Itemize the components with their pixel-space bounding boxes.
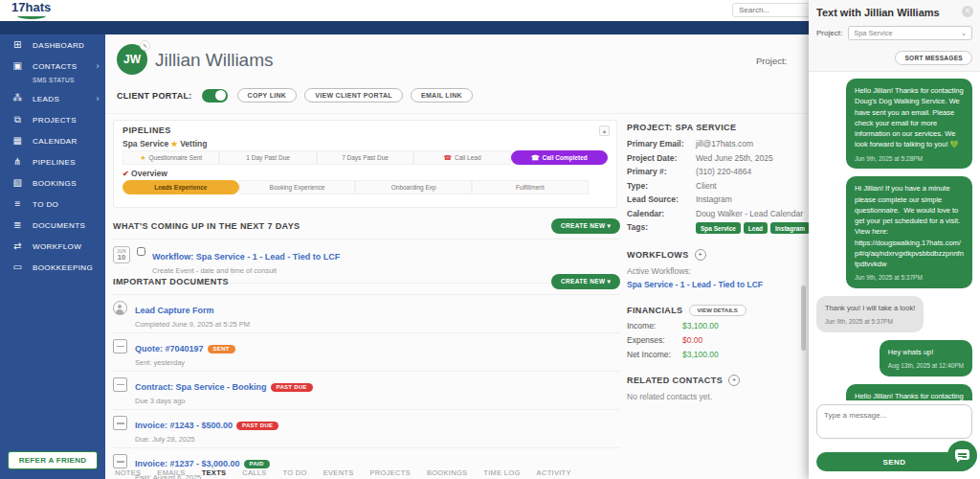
pipeline-stage[interactable]: 1 Day Past Due [219,150,316,165]
message-text: Hello Jillian! Thanks for contacting Dou… [855,86,966,148]
message-input[interactable] [816,404,972,439]
tag-chip[interactable]: Spa Service [696,222,741,234]
sidebar-item-label: DASHBOARD [33,41,84,50]
sidebar-item-icon: ▧ [11,178,24,188]
calendar-date-icon: JUN 10 [113,246,130,263]
document-link[interactable]: Quote: #7040197 [135,344,204,354]
edit-avatar-icon[interactable]: ✎ [140,40,150,51]
phone-icon: ☎ [531,154,540,162]
tag-chip[interactable]: Instagram [770,222,810,234]
workflow-link[interactable]: Workflow: Spa Service - 1 - Lead - Tied … [152,252,340,262]
contact-tab[interactable]: PROJECTS [370,468,411,479]
pipeline-name: Overview [131,169,167,178]
message-timestamp: Aug 13th, 2025 at 12:40PM [888,361,964,371]
document-sub: Sent: yesterday [135,358,235,367]
sidebar-item-icon: ⧉ [11,115,24,125]
chevron-right-icon: › [97,94,100,103]
document-link[interactable]: Lead Capture Form [135,306,214,315]
add-contact-icon[interactable]: + [728,375,740,386]
chat-input-area: 0/1600 SEND [809,400,980,479]
pipeline-stage[interactable]: Onboarding Exp [355,180,472,194]
message-list: Hello Jillian! Thanks for contacting Dou… [809,72,980,400]
text-chat-panel: Text with Jillian Williams × Project: Sp… [809,0,980,479]
tag-chip[interactable]: Lead [744,222,768,234]
client-portal-action-button[interactable]: VIEW CLIENT PORTAL [304,88,403,103]
client-portal-toggle[interactable] [202,89,228,103]
pipeline-stage[interactable]: ☎Call Lead [413,150,510,165]
sidebar-item[interactable]: ⊞ DASHBOARD [0,34,105,56]
sidebar-item[interactable]: ▧ BOOKINGS [0,172,105,194]
app: 17hats ⊞ DASHBOARD ▣ [0,0,980,479]
chevron-right-icon: › [97,61,100,71]
document-sub: Due 3 days ago [135,397,313,405]
contact-tab[interactable]: TIME LOG [483,468,520,479]
chat-header: Text with Jillian Williams × Project: Sp… [809,0,980,72]
create-new-button[interactable]: CREATE NEW ▾ [551,218,620,234]
stage-label: Call Completed [543,154,588,161]
message-text: Hello Jillian! Thanks for contacting Dou… [855,392,966,400]
pipeline-stage[interactable]: Booking Experience [239,180,356,194]
pipeline-stage-active[interactable]: ☎Call Completed [511,150,608,165]
contact-tab[interactable]: CALLS [242,468,266,479]
sidebar-item-icon: ▭ [11,262,24,272]
detail-value: (310) 220-4864 [696,167,751,176]
sidebar-item[interactable]: ⧉ PROJECTS [0,109,105,130]
sidebar-item[interactable]: ⋔ PIPELINES [0,151,105,172]
pipeline-stage[interactable]: ★Questionnaire Sent [122,150,219,165]
pipeline-stage-active[interactable]: Leads Experience [122,180,239,194]
sidebar-item[interactable]: ▦ CALENDAR [0,130,105,151]
pipeline-stage-bar: ★Questionnaire Sent 1 Day Past Due 7 Day… [122,150,608,165]
document-icon [113,416,127,430]
status-badge: PAID [244,460,270,468]
refer-a-friend-button[interactable]: REFER A FRIEND [8,451,98,469]
contact-tab[interactable]: TEXTS [202,468,227,479]
document-link[interactable]: Invoice: #1243 - $500.00 [135,421,233,430]
sidebar-item[interactable]: ▣ CONTACTS › [0,56,105,77]
sort-messages-button[interactable]: SORT MESSAGES [895,51,972,65]
scrollbar-thumb[interactable] [801,285,806,351]
chat-message: Hi Jillian! If you have a minute please … [846,176,972,288]
add-workflow-icon[interactable]: + [695,249,706,261]
sidebar-item[interactable]: ≡ TO DO [0,194,105,215]
workflow-checkbox[interactable] [137,247,145,256]
stage-label: Booking Experience [270,184,325,191]
document-link[interactable]: Contract: Spa Service - Booking [135,382,267,392]
collapse-icon[interactable]: ▴ [599,125,610,136]
phone-icon: ☎ [443,154,452,162]
contact-tab[interactable]: EVENTS [323,468,354,479]
sidebar-item[interactable]: ⇄ WORKFLOW [0,236,105,257]
contact-tab[interactable]: EMAILS [157,468,185,479]
pipeline-stage[interactable]: Fulfillment [472,180,589,194]
client-portal-action-button[interactable]: COPY LINK [237,88,298,103]
star-icon: ★ [171,140,178,148]
create-new-button[interactable]: CREATE NEW ▾ [551,274,620,289]
close-icon[interactable]: × [962,6,973,17]
financial-value: $0.00 [682,335,702,345]
app-logo[interactable]: 17hats [11,1,51,19]
important-documents-section: IMPORTANT DOCUMENTS CREATE NEW ▾ Lead Ca… [113,274,620,479]
chat-project-select[interactable]: Spa Service ⌄ [848,26,972,40]
sidebar-item[interactable]: ▭ BOOKKEEPING [0,257,105,278]
document-row: Invoice: #1243 - $500.00PAST DUE Due: Ju… [113,410,620,448]
sidebar-item-icon: ⊞ [11,40,24,50]
contact-tab[interactable]: BOOKINGS [427,468,467,479]
sidebar-item-icon: ⇄ [11,241,24,251]
contact-tab[interactable]: TO DO [283,468,307,479]
view-details-button[interactable]: VIEW DETAILS [689,305,746,316]
sidebar-item-label: CONTACTS [33,62,78,71]
document-link[interactable]: Invoice: #1237 - $3,000.00 [135,459,240,468]
detail-label: Lead Source: [627,194,696,204]
client-portal-action-button[interactable]: EMAIL LINK [411,88,473,103]
contact-tab[interactable]: ACTIVITY [537,468,571,479]
sidebar-subitem[interactable]: SMS STATUS [0,77,105,88]
check-icon: ✔ [122,170,129,178]
sidebar-item[interactable]: ≣ DOCUMENTS [0,215,105,236]
detail-label: Primary #: [627,167,696,176]
contact-tab[interactable]: NOTES [115,468,141,479]
pipeline-stage[interactable]: 7 Days Past Due [317,150,413,165]
financial-value: $3,100.00 [682,350,719,359]
sidebar-item-icon: ▣ [11,61,24,71]
sidebar-item-label: DOCUMENTS [33,221,85,230]
chat-fab-button[interactable] [947,441,977,470]
sidebar-item[interactable]: ⁂ LEADS › [0,88,105,109]
